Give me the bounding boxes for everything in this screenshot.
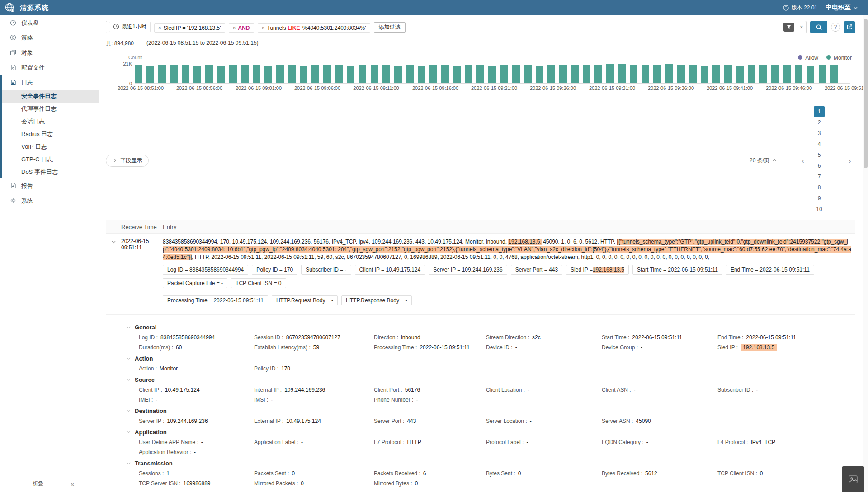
page-button-2[interactable]: 2 [814,117,825,128]
chart-bar[interactable] [217,66,225,84]
query-builder[interactable]: 最近1小时×Sled IP = '192.168.13.5'×AND×Tunne… [106,21,807,33]
chart-bar[interactable] [347,66,354,84]
chart-bar[interactable] [182,65,189,84]
chart-bar[interactable] [500,65,508,84]
chart-bar[interactable] [170,65,178,84]
chart-bar[interactable] [547,65,555,84]
chart-bar[interactable] [488,66,496,84]
sidebar-subitem[interactable]: VoIP 日志 [2,141,99,153]
chart-bar[interactable] [771,65,779,84]
sidebar-subitem[interactable]: 代理事件日志 [2,103,99,115]
sidebar-subitem[interactable]: Radius 日志 [2,128,99,141]
chart-bar[interactable] [288,65,296,84]
add-filter-button[interactable]: 添加过滤 [374,22,406,33]
sidebar-item-policy[interactable]: 策略 [0,30,99,45]
chart-bar[interactable] [429,65,437,84]
export-button[interactable] [844,21,855,33]
chart-bar[interactable] [359,65,366,84]
collapse-label[interactable]: 折叠 [33,480,43,487]
sidebar-subitem[interactable]: DoS 事件日志 [2,166,99,178]
scrollbar[interactable] [863,15,868,492]
chart-bar[interactable] [205,65,213,84]
page-button-6[interactable]: 6 [814,160,825,171]
chart-bar[interactable] [135,65,142,84]
chart-bar[interactable] [394,66,402,84]
chart-bar[interactable] [300,66,307,84]
chart-bar[interactable] [476,65,484,84]
chart-bar[interactable] [264,66,272,84]
chart-bar[interactable] [760,65,767,84]
section-header-action[interactable]: Action [126,355,855,362]
scrollbar-thumb[interactable] [864,19,868,168]
chart-bar[interactable] [571,65,579,84]
chart-bar[interactable] [783,65,791,84]
chart-bar[interactable] [229,65,237,84]
chart-bar[interactable] [807,66,814,84]
search-button[interactable] [810,21,827,33]
chart-bar[interactable] [406,65,414,84]
chart-bar[interactable] [819,65,826,84]
collapse-icon[interactable]: « [71,480,74,487]
chart-bar[interactable] [665,64,673,84]
sidebar-subitem[interactable]: 安全事件日志 [2,90,99,103]
legend-item[interactable]: Allow [798,55,818,61]
section-header-source[interactable]: Source [126,376,855,383]
chart-bar[interactable] [630,65,637,84]
page-button-7[interactable]: 7 [814,171,825,182]
section-header-general[interactable]: General [126,324,855,331]
chart-bar[interactable] [158,65,166,84]
chart-bar[interactable] [677,65,685,84]
chart-bar[interactable] [559,65,567,84]
field-display-button[interactable]: 字段显示 [106,155,149,167]
account-menu[interactable]: 中电积至 [826,4,858,12]
section-header-application[interactable]: Application [126,429,855,436]
chart-bar[interactable] [724,65,732,84]
page-button-1[interactable]: 1 [814,106,825,117]
filter-chip[interactable]: 最近1小时 [109,22,151,32]
chart-bar[interactable] [653,65,661,84]
filter-chip[interactable]: ×AND [229,23,254,33]
remove-chip-icon[interactable]: × [158,25,161,31]
chart-bar[interactable] [335,65,343,84]
chart-bar[interactable] [524,65,532,84]
next-page-button[interactable]: › [844,155,855,166]
sidebar-item-object[interactable]: 对象 [0,45,99,60]
sidebar-item-dashboard[interactable]: 仪表盘 [0,15,99,30]
chart-bar[interactable] [441,65,449,84]
chart-bar[interactable] [689,65,697,84]
screenshot-widget[interactable] [842,466,864,492]
page-button-3[interactable]: 3 [814,128,825,139]
sidebar-item-profile[interactable]: 配置文件 [0,60,99,75]
sidebar-item-log[interactable]: 日志 [2,75,99,90]
chart-bar[interactable] [418,66,425,84]
clear-filter-button[interactable]: × [799,23,804,31]
remove-chip-icon[interactable]: × [233,25,236,31]
filter-chip[interactable]: ×Sled IP = '192.168.13.5' [154,23,225,33]
page-button-4[interactable]: 4 [814,139,825,150]
chart-bar[interactable] [146,66,154,84]
chart-bar[interactable] [830,65,838,84]
chart-bar[interactable] [583,65,590,84]
chart-bar[interactable] [512,65,520,84]
sidebar-subitem[interactable]: 会话日志 [2,115,99,128]
chart-bar[interactable] [465,65,472,84]
page-button-8[interactable]: 8 [814,182,825,193]
filter-chip[interactable]: ×Tunnels LIKE '%4040:5301:2409:8034%' [258,23,370,33]
page-button-10[interactable]: 10 [814,204,825,215]
section-header-destination[interactable]: Destination [126,408,855,414]
page-button-5[interactable]: 5 [814,150,825,160]
chart-bar[interactable] [323,65,331,84]
row-expander[interactable] [106,238,121,310]
chart-bar[interactable] [594,65,602,84]
chart-bar[interactable] [736,66,744,84]
chart-bar[interactable] [748,65,755,84]
remove-chip-icon[interactable]: × [262,25,265,31]
sidebar-subitem[interactable]: GTP-C 日志 [2,153,99,166]
chart-bar[interactable] [795,65,802,84]
help-button[interactable]: ? [831,23,840,32]
chart-bar[interactable] [371,65,378,84]
chart-bar[interactable] [311,65,319,84]
prev-page-button[interactable]: ‹ [797,155,808,166]
chart-bar[interactable] [618,64,626,84]
sidebar-item-system[interactable]: 系统 [0,193,99,208]
